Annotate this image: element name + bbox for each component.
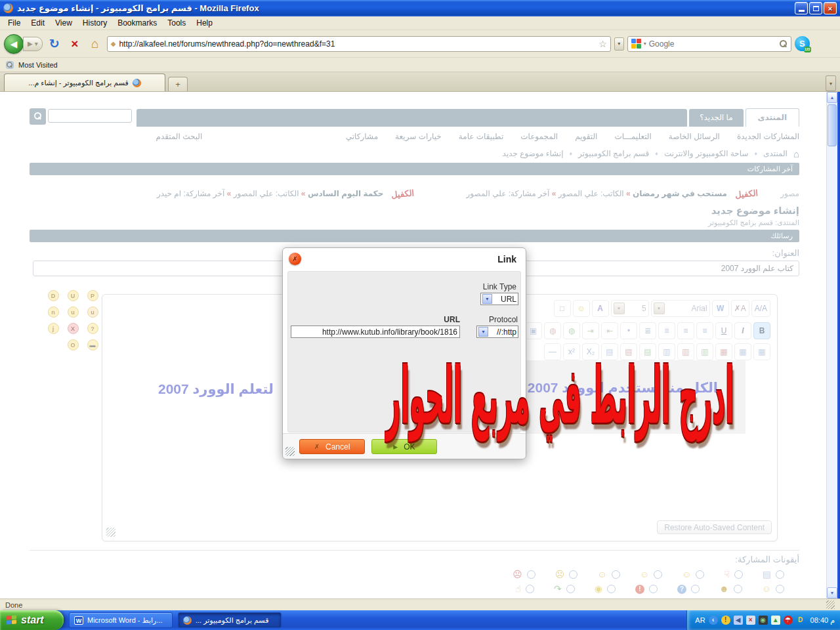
forum-menu-link-3[interactable]: التقويم	[575, 132, 597, 141]
forum-tab-forum[interactable]: المنتدى	[746, 108, 799, 127]
menu-file[interactable]: File	[3, 17, 26, 29]
forum-menu-link-5[interactable]: تطبيقات عامة	[459, 132, 503, 141]
dialog-resize-grip[interactable]	[285, 447, 295, 456]
flash-icon[interactable]: ◍	[544, 322, 561, 339]
list-all-tabs-button[interactable]: ▾	[826, 75, 836, 91]
scroll-down-arrow[interactable]: ▼	[827, 587, 837, 598]
cancel-button[interactable]: ✗Cancel	[299, 439, 365, 454]
breadcrumb-item[interactable]: إنشاء موضوع جديد	[503, 149, 564, 158]
menu-view[interactable]: View	[50, 17, 77, 29]
chevron-down-icon[interactable]: ▾	[644, 41, 646, 47]
post-icon-lightbulb[interactable]: ◉	[595, 584, 616, 594]
radio-button[interactable]	[649, 585, 658, 593]
radio-button[interactable]	[696, 570, 704, 579]
radio-button[interactable]	[612, 570, 620, 579]
forward-button[interactable]: ▶▾	[23, 37, 43, 51]
outdent-icon[interactable]: ⇤	[601, 322, 618, 339]
smiley-eek-icon[interactable]: O	[68, 339, 79, 350]
numbered-list-icon[interactable]: ≣	[639, 322, 656, 339]
menu-bookmarks[interactable]: Bookmarks	[112, 17, 162, 29]
breadcrumb-item[interactable]: المنتدى	[763, 149, 788, 158]
radio-button[interactable]	[654, 570, 662, 579]
tray-collapse-icon[interactable]: ‹	[709, 616, 718, 625]
menu-history[interactable]: History	[77, 17, 112, 29]
underline-button[interactable]: U	[715, 322, 732, 339]
align-center-icon[interactable]: ≡	[677, 322, 694, 339]
bold-button[interactable]: B	[753, 322, 770, 339]
search-input[interactable]	[649, 39, 777, 49]
editor-resize-grip[interactable]	[106, 528, 116, 537]
most-visited-button[interactable]: Most Visited	[18, 61, 58, 69]
smiley-grin-icon[interactable]: U	[68, 290, 79, 301]
menu-edit[interactable]: Edit	[26, 17, 50, 29]
link-url-input[interactable]	[291, 326, 460, 338]
post-icon-frown[interactable]: ☹	[555, 570, 578, 579]
post-icon-document[interactable]: ▤	[763, 570, 784, 579]
bookmark-star-icon[interactable]: ☆	[598, 39, 607, 49]
radio-button[interactable]	[526, 585, 534, 593]
forum-menu-link-1[interactable]: الرسائل الخاصة	[669, 132, 720, 141]
font-size-select[interactable]: 5▾	[611, 300, 649, 317]
radio-button[interactable]	[734, 570, 743, 579]
forum-tab-whats-new[interactable]: ما الجديد؟	[689, 109, 743, 127]
image-icon[interactable]: ▣	[525, 322, 542, 339]
editor-text[interactable]: لتعلم الوورد 2007	[158, 381, 274, 397]
globe-icon[interactable]: ◍	[563, 322, 580, 339]
volume-icon[interactable]: ◀	[734, 616, 743, 625]
remove-format-icon[interactable]: A✗	[731, 300, 749, 317]
download-accelerator-icon[interactable]: D	[796, 616, 805, 625]
radio-button[interactable]	[691, 585, 700, 593]
advanced-search-link[interactable]: البحث المتقدم	[156, 132, 202, 141]
post-icon-thumbs-down[interactable]: ☟	[724, 570, 743, 579]
restore-button[interactable]	[809, 2, 822, 14]
minimize-button[interactable]	[795, 2, 808, 14]
security-shield-icon[interactable]: !	[721, 616, 730, 625]
smiley-blush-icon[interactable]: u	[87, 306, 98, 318]
protocol-select[interactable]: http:// ▼	[476, 326, 518, 338]
post-title[interactable]: مستحب في شهر رمضان	[633, 189, 727, 198]
resize-grip[interactable]	[826, 600, 835, 609]
radio-button[interactable]	[527, 570, 536, 579]
taskbar-task-word[interactable]: W Microsoft Word - رابط...	[69, 612, 173, 628]
font-name-select[interactable]: Arial▾	[651, 300, 710, 317]
radio-button[interactable]	[569, 570, 578, 579]
post-icon-exclamation[interactable]: !	[635, 584, 658, 594]
avira-antivirus-icon[interactable]: ☂	[784, 616, 793, 625]
post-icon-question[interactable]: ?	[677, 584, 700, 594]
smiley-icon[interactable]: ☺	[573, 300, 590, 317]
radio-button[interactable]	[734, 585, 742, 593]
post-icon-thumbs-up[interactable]: ☝	[515, 584, 534, 594]
skype-icon[interactable]: S123	[795, 36, 810, 51]
stop-button[interactable]: ×	[66, 35, 83, 52]
post-icon-redirect[interactable]: ↷	[554, 584, 575, 594]
start-button[interactable]: start	[0, 610, 64, 630]
menu-tools[interactable]: Tools	[162, 17, 191, 29]
post-title[interactable]: حكمة اليوم السادس	[308, 189, 384, 198]
post-icon-cool[interactable]: ☻	[719, 584, 742, 594]
smiley-angry-icon[interactable]: X	[68, 323, 79, 334]
forum-menu-link-7[interactable]: مشاركاتي	[346, 132, 378, 141]
switch-format-icon[interactable]: A/A	[751, 300, 770, 317]
updates-icon[interactable]: ▲	[771, 616, 780, 625]
network-offline-icon[interactable]: ×	[746, 616, 755, 625]
taskbar-task-firefox[interactable]: ... قسم برامج الكومبيوتر	[178, 612, 282, 628]
vertical-scrollbar[interactable]: ▲ ▼	[826, 92, 837, 598]
post-icon-grin[interactable]: ☺	[597, 570, 620, 579]
reload-button[interactable]: ↻	[46, 35, 63, 52]
table-properties-icon[interactable]: ▦	[734, 343, 751, 360]
url-bar[interactable]: ◆ ☆	[107, 36, 611, 52]
forum-search-input[interactable]	[48, 109, 132, 123]
radio-button[interactable]	[607, 585, 616, 593]
radio-button[interactable]	[566, 585, 575, 593]
post-icon-laugh[interactable]: ☺	[682, 570, 704, 579]
breadcrumb-item[interactable]: قسم برامج الكومبيوتر	[578, 149, 649, 158]
url-history-dropdown[interactable]: ▾	[614, 37, 624, 51]
smiley-wink-icon[interactable]: j	[48, 323, 59, 334]
table-icon[interactable]: ▦	[753, 343, 770, 360]
forum-menu-link-4[interactable]: المجموعات	[520, 132, 558, 141]
smiley-laugh-icon[interactable]: D	[48, 290, 59, 301]
breadcrumb-item[interactable]: ساحة الكومبيوتر والانترنت	[664, 149, 749, 158]
restore-autosave-button[interactable]: Restore Auto-Saved Content	[657, 520, 772, 534]
bullet-list-icon[interactable]: •	[620, 322, 637, 339]
tab-active[interactable]: ...قسم برامج الكومبيوتر - إنشاء م	[4, 74, 165, 91]
